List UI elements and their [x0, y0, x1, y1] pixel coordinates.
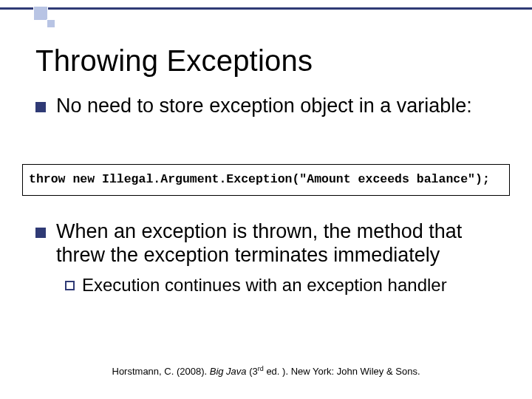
body-top: No need to store exception object in a v…: [35, 95, 501, 126]
bullet-1: No need to store exception object in a v…: [35, 95, 501, 118]
body-bottom: When an exception is thrown, the method …: [35, 220, 502, 296]
square-bullet-icon: [35, 228, 46, 238]
slide-title: Throwing Exceptions: [35, 44, 313, 78]
slide: Throwing Exceptions No need to store exc…: [0, 0, 532, 399]
bullet-1-text: No need to store exception object in a v…: [56, 95, 472, 118]
citation-title: Big Java: [210, 366, 249, 377]
code-box: throw new Illegal.Argument.Exception("Am…: [22, 164, 510, 196]
bullet-2-sub-text: Execution continues with an exception ha…: [82, 275, 447, 296]
citation-author: Horstmann, C. (2008).: [112, 366, 210, 377]
square-bullet-icon: [35, 102, 46, 112]
citation-edition-ord: rd: [258, 365, 264, 372]
bullet-2: When an exception is thrown, the method …: [35, 220, 502, 267]
header-square-large: [33, 6, 48, 21]
header-line: [0, 7, 532, 10]
citation-edition-pre: (3: [249, 366, 258, 377]
hollow-square-bullet-icon: [65, 281, 75, 290]
bullet-2-text: When an exception is thrown, the method …: [56, 220, 502, 267]
header-decoration: [0, 7, 532, 31]
citation: Horstmann, C. (2008). Big Java (3rd ed. …: [0, 365, 532, 377]
citation-edition-post: ed. ). New York: John Wiley & Sons.: [264, 366, 420, 377]
bullet-2-sub: Execution continues with an exception ha…: [65, 275, 502, 296]
code-text: throw new Illegal.Argument.Exception("Am…: [29, 172, 490, 186]
header-square-small: [47, 19, 55, 28]
